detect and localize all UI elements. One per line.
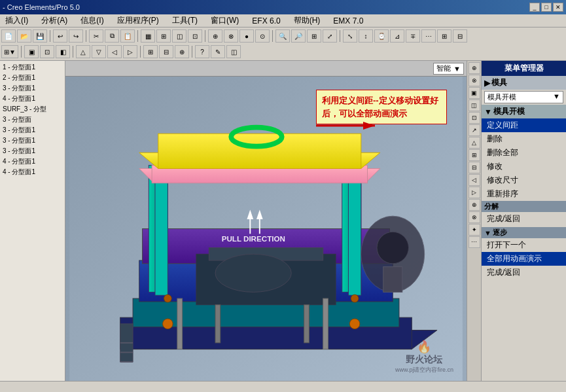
right-icon-12[interactable]: ⊕ (469, 199, 480, 211)
right-icon-9[interactable]: ⊟ (469, 162, 480, 173)
menu-done-return2[interactable]: 完成/返回 (482, 266, 566, 279)
right-icon-15[interactable]: ⋯ (469, 236, 480, 248)
menu-done-return1[interactable]: 完成/返回 (482, 212, 566, 226)
right-icon-4[interactable]: ◫ (469, 99, 480, 111)
right-icon-1[interactable]: ⊕ (469, 62, 480, 74)
menu-window[interactable]: 窗口(W) (208, 14, 241, 27)
tb2-b11[interactable]: ⊕ (175, 45, 189, 58)
menu-define-distance[interactable]: 定义间距 (482, 118, 566, 132)
right-icon-8[interactable]: ⊞ (469, 149, 480, 161)
step-section: ▼ 逐步 (482, 227, 566, 238)
menu-open-next[interactable]: 打开下一个 (482, 238, 566, 252)
smart-select[interactable]: 智能 ▼ (433, 63, 464, 75)
mold-arrow-icon: ▶ (484, 79, 490, 88)
mold-section[interactable]: ▶ 模具 (482, 76, 566, 90)
right-icon-11[interactable]: ▷ (469, 187, 480, 198)
tb-b16[interactable]: ⋯ (421, 29, 436, 43)
tb-b15[interactable]: ∓ (406, 29, 420, 43)
right-icon-10[interactable]: ◁ (469, 174, 480, 186)
right-icon-14[interactable]: ✦ (469, 224, 480, 236)
mold-open-dropdown[interactable]: 模具开模 ▼ (484, 91, 563, 103)
viewport[interactable]: 智能 ▼ (65, 61, 467, 381)
sep5 (272, 30, 273, 42)
menu-delete-all[interactable]: 删除全部 (482, 146, 566, 160)
tb-b5[interactable]: ⊕ (208, 29, 222, 43)
menu-app[interactable]: 应用程序(P) (115, 14, 162, 27)
tb-undo[interactable]: ↩ (53, 29, 67, 43)
tb-b18[interactable]: ⊟ (453, 29, 467, 43)
tb-zoom-in[interactable]: 🔍 (275, 29, 290, 43)
tb-copy[interactable]: ⧉ (105, 29, 119, 43)
right-icon-2[interactable]: ⊗ (469, 75, 480, 86)
tb2-b12[interactable]: ? (195, 45, 209, 58)
tb2-b3[interactable]: ⊡ (40, 45, 54, 58)
tb-b9[interactable]: ⊞ (307, 29, 321, 43)
tb-b12[interactable]: ↕ (359, 29, 373, 43)
menu-efx[interactable]: EFX 6.0 (249, 16, 283, 26)
decompose-label: 分解 (484, 202, 499, 211)
menu-info[interactable]: 信息(I) (78, 14, 106, 27)
tb-cut[interactable]: ✂ (89, 29, 103, 43)
tb-b11[interactable]: ⤡ (343, 29, 357, 43)
close-button[interactable]: ✕ (553, 3, 563, 12)
tb-b7[interactable]: ● (239, 29, 254, 43)
right-icon-6[interactable]: ↗ (469, 124, 480, 136)
right-icon-3[interactable]: ▣ (469, 87, 480, 99)
mold-label: 模具 (491, 77, 507, 88)
tb2-b1[interactable]: ⊞▼ (1, 45, 18, 58)
left-item-9: 4 - 分型面1 (1, 156, 63, 167)
tb-b13[interactable]: ⌚ (374, 29, 389, 43)
tb-paste[interactable]: 📋 (120, 29, 135, 43)
tb-b2[interactable]: ⊞ (156, 29, 171, 43)
smart-dropdown-icon[interactable]: ▼ (453, 65, 461, 73)
menu-animate-all[interactable]: 全部用动画演示 (482, 252, 566, 266)
menu-modify-size[interactable]: 修改尺寸 (482, 173, 566, 187)
menu-help[interactable]: 帮助(H) (291, 14, 323, 27)
mold-open-subsection: ▼ 模具开模 (482, 105, 566, 118)
tb2-b9[interactable]: ⊞ (143, 45, 158, 58)
tb-b4[interactable]: ⊡ (188, 29, 202, 43)
right-icon-bar: ⊕ ⊗ ▣ ◫ ⊡ ↗ △ ⊞ ⊟ ◁ ▷ ⊕ ⊗ ✦ ⋯ (467, 61, 481, 381)
right-icon-13[interactable]: ⊗ (469, 211, 480, 223)
tb2-b14[interactable]: ◫ (226, 45, 241, 58)
sep4 (205, 30, 205, 42)
tb-b8[interactable]: ⊙ (255, 29, 270, 43)
tb-b6[interactable]: ⊗ (224, 29, 238, 43)
right-icon-5[interactable]: ⊡ (469, 112, 480, 124)
tb-redo[interactable]: ↪ (69, 29, 83, 43)
tb2-b10[interactable]: ⊟ (159, 45, 173, 58)
menu-insert[interactable]: 插入(I) (3, 14, 31, 27)
tb2-b7[interactable]: ◁ (107, 45, 122, 58)
tb-new[interactable]: 📄 (1, 29, 16, 43)
title-bar-buttons: _ □ ✕ (529, 3, 563, 12)
tb2-b2[interactable]: ▣ (24, 45, 39, 58)
tb-zoom-out[interactable]: 🔎 (291, 29, 306, 43)
left-panel: 1 - 分型面1 2 - 分型面1 3 - 分型面1 4 - 分型面1 SURF… (0, 61, 65, 381)
tb2-b8[interactable]: ▷ (123, 45, 137, 58)
toolbar-row-2: ⊞▼ ▣ ⊡ ◧ △ ▽ ◁ ▷ ⊞ ⊟ ⊕ ? ✎ ◫ (1, 45, 565, 59)
tb-b14[interactable]: ⊿ (390, 29, 404, 43)
tb-b1[interactable]: ▦ (141, 29, 155, 43)
tb2-b13[interactable]: ✎ (211, 45, 225, 58)
tb-b10[interactable]: ⤢ (323, 29, 337, 43)
menu-tools[interactable]: 工具(T) (169, 14, 200, 27)
right-icon-7[interactable]: △ (469, 137, 480, 149)
tb-b17[interactable]: ⊞ (437, 29, 451, 43)
tb-open[interactable]: 📂 (17, 29, 31, 43)
menu-modify[interactable]: 修改 (482, 160, 566, 173)
menu-delete[interactable]: 删除 (482, 132, 566, 146)
menu-analysis[interactable]: 分析(A) (39, 14, 70, 27)
bottom-bar (0, 381, 566, 392)
menu-reorder[interactable]: 重新排序 (482, 187, 566, 201)
watermark-icon: 🔥 (395, 340, 453, 354)
tb2-b6[interactable]: ▽ (92, 45, 106, 58)
maximize-button[interactable]: □ (541, 3, 552, 12)
svg-point-21 (351, 294, 359, 302)
minimize-button[interactable]: _ (529, 3, 540, 12)
tb-save[interactable]: 💾 (33, 29, 47, 43)
tb-b3[interactable]: ◫ (172, 29, 186, 43)
toolbar-area: 📄 📂 💾 ↩ ↪ ✂ ⧉ 📋 ▦ ⊞ ◫ ⊡ ⊕ ⊗ ● ⊙ 🔍 🔎 ⊞ ⤢ … (0, 27, 566, 61)
tb2-b4[interactable]: ◧ (56, 45, 70, 58)
menu-emx[interactable]: EMX 7.0 (330, 16, 366, 26)
tb2-b5[interactable]: △ (76, 45, 90, 58)
